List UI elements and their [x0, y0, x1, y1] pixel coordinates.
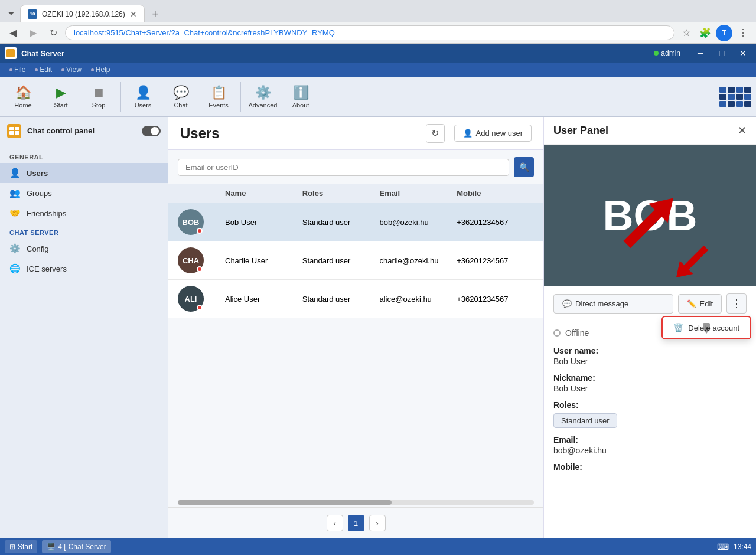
tab-history-btn[interactable]: ⏷: [5, 5, 18, 22]
browser-titlebar: ⏷ 10 OZEKI 10 (192.168.0.126) ✕ +: [0, 0, 756, 22]
roles-field: Roles: Standard user: [553, 400, 747, 428]
search-bar: 🔍: [168, 150, 543, 184]
menu-bar: File Edit View Help: [0, 63, 756, 77]
avatar-text: CHA: [183, 256, 199, 265]
dark-mode-toggle[interactable]: [142, 126, 161, 136]
col-mobile: Mobile: [457, 189, 534, 198]
user-panel-title: User Panel: [553, 125, 608, 137]
prev-page-btn[interactable]: ‹: [327, 515, 343, 531]
scroll-bar-container[interactable]: [178, 500, 534, 505]
users-toolbar-btn[interactable]: 👤 Users: [125, 79, 161, 115]
groups-sidebar-icon: 👥: [9, 188, 21, 198]
pagination: ‹ 1 ›: [168, 507, 543, 538]
sidebar-item-users[interactable]: 👤 Users: [0, 163, 168, 183]
advanced-btn[interactable]: ⚙️ Advanced: [245, 79, 281, 115]
menu-edit[interactable]: Edit: [30, 66, 57, 74]
table-row[interactable]: BOB Bob User Standard user bob@ozeki.hu …: [168, 203, 543, 241]
extensions-btn[interactable]: 🧩: [697, 25, 713, 41]
menu-help[interactable]: Help: [86, 66, 115, 74]
nav-refresh-btn[interactable]: ↻: [45, 25, 61, 41]
status-bar: ⊞ Start 🖥️ 4 [ Chat Server ⌨ 13:44: [0, 538, 756, 555]
start-label: Start: [18, 543, 32, 551]
nickname-value: Bob User: [553, 384, 747, 393]
search-btn[interactable]: 🔍: [514, 157, 534, 177]
table-row[interactable]: CHA Charlie User Standard user charlie@o…: [168, 241, 543, 280]
edit-btn[interactable]: ✏️ Edit: [678, 294, 722, 314]
refresh-btn[interactable]: ↻: [426, 124, 445, 143]
more-options-btn[interactable]: ⋮: [726, 293, 747, 314]
add-user-btn[interactable]: 👤 Add new user: [454, 125, 532, 142]
user-mobile: +36201234567: [457, 218, 534, 227]
add-user-icon: 👤: [463, 129, 472, 138]
admin-label: admin: [661, 49, 680, 57]
maximize-btn[interactable]: □: [713, 47, 730, 60]
profile-avatar[interactable]: T: [716, 25, 732, 41]
windows-icon: ⊞: [9, 543, 15, 551]
bookmark-btn[interactable]: ☆: [678, 25, 695, 41]
sidebar-nav: General 👤 Users 👥 Groups 🤝 Friendships C…: [0, 145, 168, 283]
sidebar-item-ice-servers[interactable]: 🌐 ICE servers: [0, 259, 168, 279]
search-input[interactable]: [178, 159, 509, 176]
browser-tab[interactable]: 10 OZEKI 10 (192.168.0.126) ✕: [20, 5, 145, 22]
menu-btn[interactable]: ⋮: [735, 25, 751, 41]
page-1-btn[interactable]: 1: [348, 515, 364, 531]
avatar-text: ALI: [185, 295, 197, 303]
address-bar[interactable]: localhost:9515/Chat+Server/?a=Chat+contr…: [65, 25, 674, 40]
start-toolbar-btn[interactable]: ▶ Start: [43, 79, 79, 115]
new-tab-btn[interactable]: +: [147, 6, 164, 22]
username-value: Bob User: [553, 357, 747, 366]
username-field: User name: Bob User: [553, 346, 747, 366]
user-name: Bob User: [225, 218, 302, 227]
sidebar-item-friendships[interactable]: 🤝 Friendships: [0, 203, 168, 223]
user-name: Alice User: [225, 295, 302, 303]
nav-back-btn[interactable]: ◀: [5, 25, 21, 41]
delete-dropdown: 🗑️ Delete account: [662, 316, 751, 339]
direct-message-btn[interactable]: 💬 Direct message: [553, 294, 673, 314]
mobile-label: Mobile:: [553, 462, 747, 472]
status-label: Offline: [565, 328, 589, 338]
edit-label: Edit: [700, 299, 713, 308]
next-page-btn[interactable]: ›: [369, 515, 386, 531]
browser-navbar: ◀ ▶ ↻ localhost:9515/Chat+Server/?a=Chat…: [0, 22, 756, 44]
user-email: charlie@ozeki.hu: [380, 256, 457, 265]
status-time: 13:44: [734, 543, 751, 551]
page-title: Users: [180, 125, 416, 142]
user-role: Standard user: [302, 256, 380, 265]
tab-close-icon[interactable]: ✕: [130, 9, 137, 19]
home-icon: 🏠: [15, 85, 31, 100]
scroll-thumb: [178, 500, 392, 505]
toolbar-sep-1: [120, 82, 121, 112]
users-table: Name Roles Email Mobile BOB Bob User Sta…: [168, 184, 543, 498]
svg-marker-1: [670, 242, 712, 284]
chat-toolbar-btn[interactable]: 💬 Chat: [162, 79, 199, 115]
pencil-icon: ✏️: [687, 299, 696, 308]
sidebar-item-config[interactable]: ⚙️ Config: [0, 239, 168, 259]
sidebar-item-groups[interactable]: 👥 Groups: [0, 183, 168, 203]
avatar: BOB: [178, 209, 204, 235]
keyboard-icon: ⌨: [717, 542, 729, 551]
menu-file[interactable]: File: [5, 66, 30, 74]
email-value: bob@ozeki.hu: [553, 446, 747, 455]
advanced-icon: ⚙️: [255, 85, 271, 100]
table-row[interactable]: ALI Alice User Standard user alice@ozeki…: [168, 280, 543, 318]
chat-server-tab[interactable]: 🖥️ 4 [ Chat Server: [42, 540, 110, 553]
menu-view[interactable]: View: [57, 66, 86, 74]
panel-close-btn[interactable]: ✕: [738, 124, 747, 137]
close-app-btn[interactable]: ✕: [735, 47, 751, 60]
minimize-btn[interactable]: ─: [692, 47, 709, 60]
home-btn[interactable]: 🏠 Home: [5, 79, 41, 115]
toolbar-logo: [719, 87, 751, 107]
mobile-field: Mobile:: [553, 462, 747, 472]
start-status-btn[interactable]: ⊞ Start: [5, 540, 37, 553]
events-btn[interactable]: 📋 Events: [200, 79, 237, 115]
stop-btn[interactable]: ⏹ Stop: [80, 79, 117, 115]
avatar: CHA: [178, 247, 204, 273]
address-text: localhost:9515/Chat+Server/?a=Chat+contr…: [74, 28, 335, 37]
panel-actions: 💬 Direct message ✏️ Edit ⋮ 🗑️ Delete acc…: [544, 286, 756, 321]
about-btn[interactable]: ℹ️ About: [282, 79, 319, 115]
nav-forward-btn[interactable]: ▶: [25, 25, 41, 41]
offline-dot: [197, 228, 203, 234]
offline-dot: [197, 266, 203, 272]
sidebar: Chat control panel General 👤 Users 👥 Gro…: [0, 117, 168, 538]
offline-dot: [197, 305, 203, 311]
